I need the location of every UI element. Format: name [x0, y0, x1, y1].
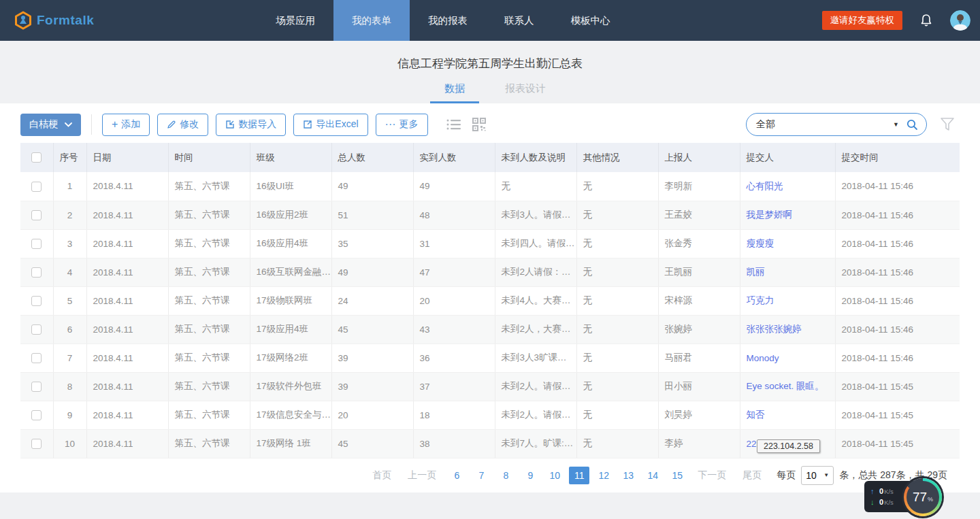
- nav-item[interactable]: 我的报表: [410, 0, 486, 41]
- table-row[interactable]: 12018.4.11第五、六节课16级UI班4949无无李明新心有阳光2018-…: [20, 172, 960, 201]
- import-button[interactable]: 数据导入: [216, 114, 286, 136]
- cell: 无: [576, 429, 658, 458]
- row-checkbox[interactable]: [31, 324, 42, 335]
- cell: 49: [331, 172, 413, 201]
- percent-gauge-widget[interactable]: 77 %: [904, 478, 942, 516]
- import-icon: [225, 120, 235, 129]
- cell: 2018.4.11: [86, 286, 168, 315]
- search-icon[interactable]: [906, 118, 918, 131]
- cell: 9: [53, 401, 86, 429]
- view-selector-button[interactable]: 白桔梗: [20, 114, 81, 136]
- row-checkbox[interactable]: [31, 267, 42, 278]
- page-number[interactable]: 6: [446, 467, 467, 484]
- search-caret-down-icon[interactable]: ▼: [893, 121, 899, 128]
- filter-icon[interactable]: [939, 117, 956, 132]
- submitter-link[interactable]: 我是梦娇啊: [747, 210, 793, 220]
- page-number[interactable]: 14: [642, 467, 663, 484]
- export-excel-button[interactable]: 导出Excel: [293, 114, 368, 136]
- pagination-last[interactable]: 尾页: [742, 469, 762, 482]
- page-number[interactable]: 9: [520, 467, 540, 484]
- submitter-link[interactable]: Eye socket. 眼眶。: [747, 381, 824, 391]
- cell: 无: [576, 258, 658, 286]
- user-avatar[interactable]: [950, 10, 970, 31]
- column-header: 上报人: [658, 143, 740, 172]
- row-checkbox[interactable]: [31, 210, 42, 220]
- table-row[interactable]: 82018.4.11第五、六节课17级软件外包班3937未到2人。请假…无田小丽…: [20, 372, 960, 401]
- cell: 第五、六节课: [168, 344, 250, 372]
- table-row[interactable]: 32018.4.11第五、六节课16级应用4班3531未到四人。请假…无张金秀瘦…: [20, 229, 960, 258]
- export-button-label: 导出Excel: [316, 118, 358, 131]
- tab[interactable]: 报表设计: [501, 82, 550, 103]
- table-row[interactable]: 72018.4.11第五、六节课17级网络2班3936未到3人3旷课…无马丽君M…: [20, 344, 960, 372]
- cell: 17级信息安全与…: [250, 401, 331, 429]
- content-card: 白桔梗 + 添加 修改 数据导入: [0, 103, 980, 492]
- submitter-link[interactable]: 知否: [747, 409, 765, 420]
- page-size-select[interactable]: 10 ▼: [801, 466, 834, 485]
- search-scope-value: 全部: [756, 118, 893, 131]
- list-view-icon[interactable]: [446, 118, 461, 131]
- submitter-link[interactable]: 瘦瘦瘦: [747, 238, 774, 248]
- table-row[interactable]: 92018.4.11第五、六节课17级信息安全与…2018未到2人。请假…无刘昊…: [20, 401, 960, 429]
- cell: Monody: [740, 344, 835, 372]
- edit-button[interactable]: 修改: [157, 114, 208, 136]
- page-number[interactable]: 11: [569, 467, 589, 484]
- cell: 39: [331, 372, 413, 401]
- row-checkbox[interactable]: [31, 296, 42, 306]
- page-number[interactable]: 12: [593, 467, 614, 484]
- tabs: 数据报表设计: [0, 82, 980, 103]
- toolbar-divider: [91, 114, 92, 135]
- row-checkbox[interactable]: [31, 353, 42, 363]
- page-number[interactable]: 13: [618, 467, 638, 484]
- cell: 2018-04-11 15:46: [835, 286, 960, 315]
- tab[interactable]: 数据: [430, 82, 479, 103]
- search-box[interactable]: 全部 ▼: [746, 113, 927, 136]
- table-row[interactable]: 22018.4.11第五、六节课16级应用2班5148未到3人。请假…无王孟姣我…: [20, 201, 960, 229]
- row-checkbox[interactable]: [31, 182, 42, 192]
- row-checkbox[interactable]: [31, 239, 42, 249]
- cell: 宋梓源: [658, 286, 740, 315]
- page-number[interactable]: 8: [495, 467, 516, 484]
- page-number[interactable]: 10: [544, 467, 565, 484]
- cell: 20: [331, 401, 413, 429]
- more-button[interactable]: ··· 更多: [376, 114, 428, 136]
- qr-code-icon[interactable]: [472, 117, 487, 132]
- ip-tooltip: 223.104.2.58: [757, 439, 820, 453]
- invite-button[interactable]: 邀请好友赢特权: [822, 11, 903, 30]
- row-select-cell: [20, 201, 53, 229]
- page-number[interactable]: 15: [667, 467, 687, 484]
- row-checkbox[interactable]: [31, 439, 42, 449]
- submitter-link[interactable]: 凯丽: [747, 267, 765, 277]
- submitter-link[interactable]: 张张张张婉婷: [747, 324, 802, 334]
- column-header: 序号: [53, 143, 86, 172]
- cell: 17级软件外包班: [250, 372, 331, 401]
- pagination-prev[interactable]: 上一页: [408, 469, 436, 482]
- row-select-cell: [20, 172, 53, 201]
- pagination-first[interactable]: 首页: [372, 469, 391, 482]
- column-header: 提交时间: [835, 143, 960, 172]
- cell: 37: [413, 372, 495, 401]
- cell: 张婉婷: [658, 315, 740, 344]
- cell: 瘦瘦瘦: [740, 229, 835, 258]
- row-checkbox[interactable]: [31, 410, 42, 420]
- nav-item[interactable]: 我的表单: [333, 0, 410, 41]
- pagination-next[interactable]: 下一页: [698, 469, 726, 482]
- nav-item[interactable]: 模板中心: [553, 0, 629, 41]
- brand[interactable]: Formtalk: [14, 11, 94, 30]
- notification-bell-icon[interactable]: [919, 13, 934, 28]
- table-row[interactable]: 42018.4.11第五、六节课16级互联网金融…4947未到2人请假：…无王凯…: [20, 258, 960, 286]
- cell: 第五、六节课: [168, 372, 250, 401]
- submitter-link[interactable]: 巧克力: [747, 295, 774, 305]
- nav-item[interactable]: 联系人: [486, 0, 553, 41]
- cell: 16级应用4班: [250, 229, 331, 258]
- nav-item[interactable]: 场景应用: [257, 0, 333, 41]
- table-row[interactable]: 52018.4.11第五、六节课17级物联网班2420未到4人。大赛…无宋梓源巧…: [20, 286, 960, 315]
- select-all-checkbox[interactable]: [31, 152, 42, 163]
- page-number[interactable]: 7: [471, 467, 491, 484]
- submitter-link[interactable]: Monody: [747, 353, 779, 363]
- table-row[interactable]: 62018.4.11第五、六节课17级应用4班4543未到2人，大赛…无张婉婷张…: [20, 315, 960, 344]
- table-body: 12018.4.11第五、六节课16级UI班4949无无李明新心有阳光2018-…: [20, 172, 960, 458]
- submitter-link[interactable]: 心有阳光: [747, 181, 783, 191]
- cell: 2018.4.11: [86, 401, 168, 429]
- add-button[interactable]: + 添加: [102, 114, 150, 136]
- row-checkbox[interactable]: [31, 382, 42, 392]
